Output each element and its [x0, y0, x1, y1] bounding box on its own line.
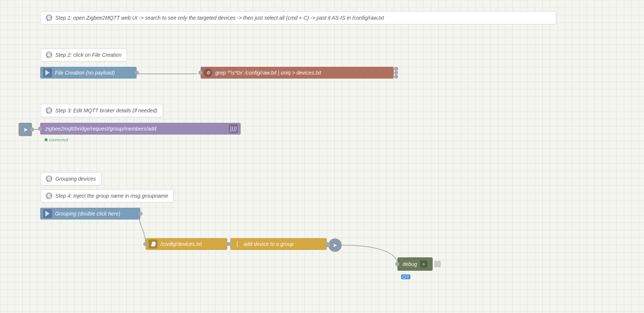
- debug-count: 0: [407, 275, 409, 279]
- comment-icon-1: 💬: [46, 14, 52, 21]
- comment-text-step1: Step 1: open Zigbee2MQTT web UI -> searc…: [55, 15, 384, 21]
- function-node-add-device[interactable]: { add device to a group: [230, 238, 327, 250]
- debug-count-badge: 0: [401, 274, 410, 279]
- exec-icon: ⚙: [204, 68, 212, 77]
- inject-port-right-2[interactable]: [139, 212, 143, 216]
- debug-port-left[interactable]: [395, 262, 399, 266]
- debug-list-icon: ≡: [420, 260, 427, 268]
- link-in-arrow-icon: ➤: [23, 126, 28, 133]
- debug-label: debug: [403, 261, 417, 267]
- exec-port-right-1[interactable]: [394, 67, 398, 71]
- comment-icon-2: 💬: [46, 52, 52, 58]
- inject-port-right-1[interactable]: [135, 71, 139, 75]
- inject-icon-2: [43, 209, 52, 218]
- comment-icon-grouping: 💬: [46, 175, 52, 182]
- exec-port-right-2[interactable]: [394, 71, 398, 75]
- inject-node-grouping[interactable]: Grouping (double click here): [40, 208, 140, 220]
- connected-dot: [45, 138, 48, 141]
- exec-label: grep '^\s*0x' /config/raw.txt | uniq > d…: [215, 70, 321, 76]
- comment-node-grouping: 💬 Grouping devices: [40, 172, 101, 185]
- function-label: add device to a group: [244, 241, 294, 247]
- function-icon: {: [233, 240, 241, 248]
- mqtt-out-icon: )))): [229, 124, 238, 133]
- inject-label-2: Grouping (double click here): [55, 211, 120, 217]
- link-out-node[interactable]: ➤: [328, 238, 342, 252]
- link-in-node[interactable]: ➤: [19, 123, 32, 136]
- comment-text-step4: Step 4: Inject the group name in msg.gro…: [55, 193, 168, 199]
- exec-ports-right: [394, 67, 396, 79]
- connection-linkout-debug: [342, 245, 397, 264]
- inject-node-file-creation[interactable]: File Creation (no payload): [40, 67, 137, 79]
- debug-badge-icon: [403, 276, 406, 279]
- file-in-node[interactable]: 📄 /config/devices.txt: [146, 238, 227, 250]
- comment-text-step3: Step 3: Edit MQTT broker details (if nee…: [55, 108, 157, 113]
- comment-node-step1: 💬 Step 1: open Zigbee2MQTT web UI -> sea…: [40, 11, 556, 24]
- link-in-port-right[interactable]: [30, 128, 34, 132]
- file-in-icon: 📄: [149, 240, 157, 248]
- function-port-left[interactable]: [228, 242, 232, 246]
- inject-icon-1: [43, 68, 52, 77]
- comment-text-grouping: Grouping devices: [55, 176, 96, 182]
- mqtt-out-node[interactable]: zigbee2mqtt/bridge/request/group/members…: [40, 123, 241, 135]
- mqtt-port-left[interactable]: [38, 127, 42, 131]
- connection-inject2-filein: [139, 215, 146, 245]
- exec-port-left[interactable]: [198, 71, 202, 75]
- debug-toggle-button[interactable]: [434, 261, 441, 267]
- inject-label-1: File Creation (no payload): [55, 70, 115, 76]
- mqtt-label: zigbee2mqtt/bridge/request/group/members…: [45, 126, 156, 132]
- link-out-icon: ➤: [333, 242, 337, 248]
- comment-text-step2: Step 2: click on File Creation: [55, 52, 121, 58]
- exec-port-right-3[interactable]: [394, 75, 398, 79]
- comment-icon-3: 💬: [46, 107, 52, 114]
- exec-node-grep[interactable]: ⚙ grep '^\s*0x' /config/raw.txt | uniq >…: [201, 67, 394, 79]
- comment-node-step3: 💬 Step 3: Edit MQTT broker details (if n…: [40, 104, 163, 117]
- debug-node[interactable]: debug ≡: [397, 257, 433, 271]
- link-out-port-left[interactable]: [326, 243, 330, 247]
- connections-layer: [0, 0, 644, 313]
- comment-node-step4: 💬 Step 4: Inject the group name in msg.g…: [40, 189, 174, 202]
- comment-node-step2: 💬 Step 2: click on File Creation: [40, 48, 127, 62]
- file-in-port-left[interactable]: [143, 242, 147, 246]
- file-in-label: /config/devices.txt: [160, 241, 202, 247]
- comment-icon-4: 💬: [46, 192, 52, 199]
- connected-label: connected: [45, 138, 68, 142]
